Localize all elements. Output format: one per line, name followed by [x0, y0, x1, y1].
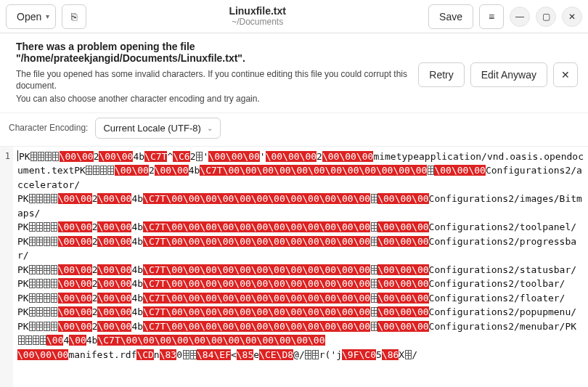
maximize-button[interactable]: ▢	[536, 7, 556, 27]
encoding-select[interactable]: Current Locale (UTF-8) ⌄	[95, 118, 220, 139]
text-caret	[17, 150, 18, 161]
save-label: Save	[439, 11, 462, 23]
alert-heading: There was a problem opening the file "/h…	[16, 41, 411, 64]
editor-text-content[interactable]: PK\00\002\00\004b\C7T^\C62'\00\00\00'\00…	[13, 147, 588, 387]
open-button[interactable]: Open ▾	[6, 4, 56, 29]
hamburger-menu-button[interactable]: ≡	[479, 4, 504, 29]
minimize-button[interactable]: —	[510, 7, 530, 27]
encoding-label: Character Encoding:	[9, 123, 88, 133]
maximize-icon: ▢	[542, 12, 550, 22]
minimize-icon: —	[515, 12, 524, 22]
window-title: Linuxfile.txt	[92, 6, 422, 17]
hamburger-icon: ≡	[489, 11, 494, 23]
text-editor[interactable]: 1 PK\00\002\00\004b\C7T^\C62'\00\00\00'\…	[0, 146, 588, 387]
titlebar: Open ▾ ⎘ Linuxfile.txt ~/Documents Save …	[0, 0, 588, 33]
title-area: Linuxfile.txt ~/Documents	[92, 6, 422, 27]
edit-anyway-button[interactable]: Edit Anyway	[470, 62, 547, 87]
chevron-down-icon: ▾	[46, 12, 49, 20]
save-button[interactable]: Save	[428, 4, 473, 29]
open-label: Open	[17, 11, 41, 23]
window-subtitle: ~/Documents	[92, 17, 422, 27]
encoding-value: Current Locale (UTF-8)	[103, 123, 200, 134]
close-icon: ✕	[561, 69, 570, 81]
line-number-gutter: 1	[0, 147, 13, 387]
encoding-alert: There was a problem opening the file "/h…	[0, 33, 588, 113]
new-document-icon: ⎘	[71, 11, 77, 23]
close-icon: ✕	[568, 12, 576, 22]
encoding-row: Character Encoding: Current Locale (UTF-…	[0, 113, 588, 146]
line-number: 1	[1, 150, 10, 163]
close-window-button[interactable]: ✕	[562, 7, 582, 27]
alert-close-button[interactable]: ✕	[553, 62, 578, 87]
chevron-down-icon: ⌄	[207, 124, 213, 132]
new-document-button[interactable]: ⎘	[62, 4, 86, 29]
retry-button[interactable]: Retry	[418, 62, 464, 87]
alert-line-2: You can also choose another character en…	[16, 93, 411, 105]
alert-line-1: The file you opened has some invalid cha…	[16, 68, 411, 91]
